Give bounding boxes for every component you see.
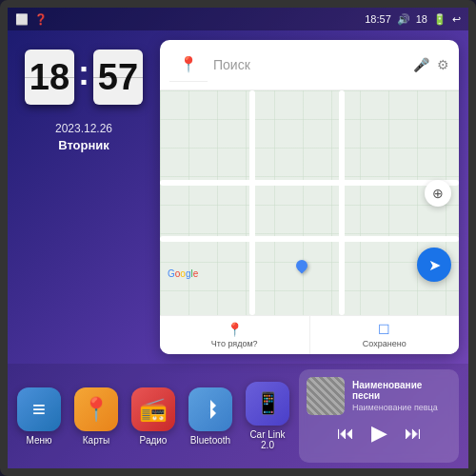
menu-icon: ≡ [17,387,61,431]
app-item-menu[interactable]: ≡ Меню [17,387,61,446]
saved-label: Сохранено [363,339,407,348]
map-road-vertical-2 [339,90,345,315]
navigate-button[interactable]: ➤ [417,248,451,282]
home-icon[interactable]: ⬜ [15,13,29,26]
volume-icon[interactable]: 🔊 [397,13,410,26]
flip-clock: 18 : 57 [25,50,143,105]
map-location-marker [294,260,309,279]
question-icon[interactable]: ❓ [34,13,48,26]
clock-minutes: 57 [93,50,143,105]
locate-me-button[interactable]: ⊕ [425,180,451,207]
battery-level: 18 [416,13,427,25]
map-footer: 📍 Что рядом? ☐ Сохранено [160,315,459,354]
music-info: Наименование песни Наименование певца [307,377,451,415]
status-time: 18:57 [365,13,391,25]
map-widget[interactable]: 📍 Поиск 🎤 ⚙ Google [160,40,459,354]
status-left-icons: ⬜ ❓ [15,13,48,26]
map-search-right: 🎤 ⚙ [413,57,449,72]
prev-icon: ⏮ [337,424,354,444]
album-art [307,377,345,415]
carlink-label: Car Link 2.0 [246,429,289,450]
next-button[interactable]: ⏭ [405,424,422,444]
saved-icon: ☐ [378,322,390,337]
album-art-image [307,377,345,415]
radio-app-icon: 📻 [131,387,175,431]
battery-icon: 🔋 [433,13,446,26]
nearby-icon: 📍 [227,322,243,337]
top-section: 18 : 57 2023.12.26 Вторник 📍 Поиск 🎤 ⚙ [8,30,468,364]
nearby-button[interactable]: 📍 Что рядом? [160,316,310,354]
app-grid: ≡ Меню 📍 Карты 📻 Радио [17,369,289,463]
main-screen: ⬜ ❓ 18:57 🔊 18 🔋 ↩ 18 : 57 2023.12.26 [0,0,476,476]
date-info: 2023.12.26 Вторник [55,122,112,152]
play-button[interactable]: ▶ [371,421,387,446]
map-content[interactable]: Google ⊕ ➤ [160,90,459,315]
music-controls: ⏮ ▶ ⏭ [307,421,451,446]
app-item-bluetooth[interactable]: Bluetooth [188,387,232,446]
map-pin [294,258,310,274]
clock-colon: : [78,56,89,90]
play-icon: ▶ [371,421,387,446]
maps-label: Карты [83,435,110,446]
maps-app-icon: 📍 [74,387,118,431]
menu-label: Меню [26,435,51,446]
map-road-horizontal [160,180,459,186]
bluetooth-app-icon [188,387,232,431]
saved-button[interactable]: ☐ Сохранено [310,316,460,354]
carlink-app-icon: 📱 [246,382,289,426]
clock-widget: 18 : 57 2023.12.26 Вторник [17,40,150,354]
navigate-icon: ➤ [428,256,441,274]
main-area: 18 : 57 2023.12.26 Вторник 📍 Поиск 🎤 ⚙ [8,30,468,468]
back-icon[interactable]: ↩ [452,13,461,26]
google-logo: Google [168,268,198,279]
map-search-input[interactable]: Поиск [213,57,407,72]
map-road-vertical [249,90,255,315]
app-item-radio[interactable]: 📻 Радио [131,387,175,446]
app-item-maps[interactable]: 📍 Карты [74,387,118,446]
clock-hours: 18 [25,50,74,105]
yandex-maps-icon: 📍 [169,48,208,82]
next-icon: ⏭ [405,424,422,444]
song-title: Наименование песни [352,380,451,401]
music-player: Наименование песни Наименование певца ⏮ … [299,369,459,463]
app-item-carlink[interactable]: 📱 Car Link 2.0 [246,382,289,450]
bluetooth-symbol-icon [199,398,222,421]
map-road-horizontal-2 [160,236,459,242]
nearby-label: Что рядом? [211,339,258,348]
microphone-icon[interactable]: 🎤 [413,57,429,72]
settings-icon[interactable]: ⚙ [437,57,449,72]
radio-label: Радио [140,435,168,446]
artist-name: Наименование певца [352,403,451,412]
music-text: Наименование песни Наименование певца [352,380,451,412]
status-bar: ⬜ ❓ 18:57 🔊 18 🔋 ↩ [8,8,468,30]
status-right-info: 18:57 🔊 18 🔋 ↩ [365,13,461,26]
prev-button[interactable]: ⏮ [337,424,354,444]
bottom-section: ≡ Меню 📍 Карты 📻 Радио [8,364,468,468]
bluetooth-label: Bluetooth [190,435,230,446]
map-search-bar[interactable]: 📍 Поиск 🎤 ⚙ [160,40,459,90]
weekday-display: Вторник [55,138,112,152]
crosshair-icon: ⊕ [432,186,444,201]
date-display: 2023.12.26 [55,122,112,135]
